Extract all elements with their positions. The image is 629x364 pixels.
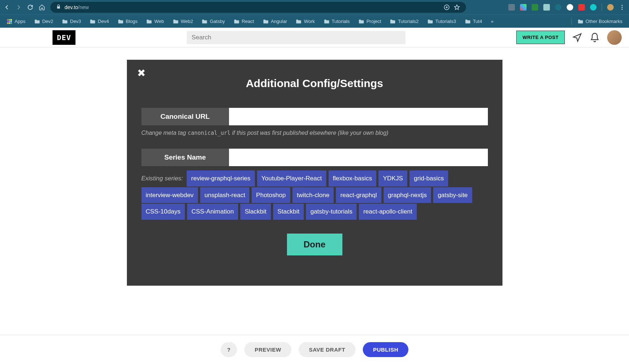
- bookmark-folder[interactable]: Tutorials2: [387, 17, 422, 26]
- bookmark-label: Apps: [15, 19, 26, 24]
- avatar[interactable]: [607, 30, 622, 45]
- bookmark-folder[interactable]: Tutorials3: [424, 17, 459, 26]
- done-button[interactable]: Done: [287, 234, 342, 255]
- apps-icon: [7, 19, 12, 24]
- series-tag[interactable]: twitch-clone: [292, 187, 334, 203]
- folder-icon: [465, 19, 471, 24]
- settings-modal: ✖ Additional Config/Settings Canonical U…: [127, 60, 502, 286]
- folder-icon: [296, 19, 302, 24]
- folder-icon: [427, 19, 433, 24]
- ext-icon[interactable]: [532, 4, 538, 11]
- series-tag[interactable]: react-apollo-client: [359, 204, 416, 220]
- save-draft-button[interactable]: SAVE DRAFT: [299, 342, 356, 357]
- ext-icon[interactable]: [520, 4, 527, 11]
- ext-icon[interactable]: [578, 4, 585, 11]
- bookmark-label: Tut4: [473, 19, 482, 24]
- svg-point-2: [622, 7, 623, 8]
- write-post-button[interactable]: WRITE A POST: [516, 31, 565, 44]
- bookmark-label: Dev4: [98, 19, 109, 24]
- bookmark-folder[interactable]: Tut4: [462, 17, 485, 26]
- bookmark-folder[interactable]: React: [231, 17, 257, 26]
- bookmark-folder[interactable]: Project: [356, 17, 384, 26]
- series-tag[interactable]: grid-basics: [409, 171, 448, 187]
- bookmark-folder[interactable]: Dev4: [87, 17, 112, 26]
- series-name-input[interactable]: [229, 149, 488, 166]
- series-tag[interactable]: Stackbit: [273, 204, 304, 220]
- series-tag[interactable]: YDKJS: [378, 171, 407, 187]
- extension-icons: [508, 4, 625, 11]
- series-tag[interactable]: flexbox-basics: [329, 171, 377, 187]
- series-tag[interactable]: Slackbit: [240, 204, 271, 220]
- modal-title: Additional Config/Settings: [141, 77, 488, 90]
- home-icon[interactable]: [39, 4, 45, 11]
- preview-button[interactable]: PREVIEW: [244, 342, 291, 357]
- bookmark-folder[interactable]: Web2: [170, 17, 196, 26]
- other-bookmarks[interactable]: Other Bookmarks: [575, 17, 625, 26]
- svg-rect-6: [11, 19, 12, 20]
- series-tag[interactable]: gatsby-tutorials: [306, 204, 357, 220]
- back-icon[interactable]: [4, 4, 10, 11]
- svg-rect-9: [11, 21, 12, 22]
- url-bar[interactable]: dev.to/new: [50, 2, 466, 13]
- svg-point-3: [622, 9, 623, 10]
- series-tag[interactable]: review-graphql-series: [187, 171, 255, 187]
- series-tag[interactable]: react-graphql: [336, 187, 381, 203]
- bookmark-folder[interactable]: Web: [143, 17, 167, 26]
- series-tag[interactable]: Youtube-Player-React: [257, 171, 326, 187]
- series-tag[interactable]: graphql-nextjs: [384, 187, 431, 203]
- folder-icon: [234, 19, 240, 24]
- hint-text: Change meta tag: [141, 130, 188, 136]
- ext-icon[interactable]: [543, 4, 550, 11]
- folder-icon: [118, 19, 124, 24]
- svg-rect-8: [9, 21, 10, 22]
- bookmark-overflow[interactable]: »: [488, 19, 496, 24]
- dev-logo[interactable]: DEV: [53, 30, 75, 45]
- series-label: Series Name: [141, 149, 229, 166]
- divider: [571, 18, 572, 25]
- close-icon[interactable]: ✖: [137, 67, 145, 79]
- bookmarks-bar: Apps Dev2Dev3Dev4BlogsWebWeb2GatsbyReact…: [0, 15, 629, 28]
- send-icon[interactable]: [572, 32, 582, 43]
- star-icon[interactable]: [454, 4, 460, 11]
- ext-icon[interactable]: [508, 4, 515, 11]
- apps-bookmark[interactable]: Apps: [4, 17, 28, 26]
- folder-icon: [202, 19, 207, 24]
- series-tag[interactable]: interview-webdev: [141, 187, 198, 203]
- bookmark-label: Web: [154, 19, 164, 24]
- series-tag[interactable]: Photoshop: [252, 187, 290, 203]
- bookmark-label: Blogs: [126, 19, 138, 24]
- bookmark-folder[interactable]: Blogs: [115, 17, 141, 26]
- svg-rect-12: [11, 22, 12, 24]
- folder-icon: [263, 19, 269, 24]
- bookmark-folder[interactable]: Dev2: [31, 17, 56, 26]
- bookmark-folder[interactable]: Work: [293, 17, 318, 26]
- ext-icon[interactable]: [590, 4, 597, 11]
- bookmark-folder[interactable]: Angular: [260, 17, 290, 26]
- series-tag[interactable]: gatsby-site: [433, 187, 472, 203]
- folder-icon: [390, 19, 396, 24]
- menu-icon[interactable]: [619, 4, 625, 11]
- bookmark-label: Web2: [181, 19, 193, 24]
- bookmark-folder[interactable]: Gatsby: [199, 17, 228, 26]
- bookmark-folder[interactable]: Tutorials: [321, 17, 353, 26]
- folder-icon: [173, 19, 179, 24]
- help-button[interactable]: ?: [221, 342, 237, 357]
- add-icon[interactable]: [443, 4, 450, 11]
- reload-icon[interactable]: [27, 4, 34, 11]
- publish-button[interactable]: PUBLISH: [363, 342, 408, 357]
- profile-icon[interactable]: [607, 4, 614, 11]
- bookmark-label: Angular: [271, 19, 287, 24]
- search-input[interactable]: [187, 31, 405, 44]
- editor-bottom-bar: ? PREVIEW SAVE DRAFT PUBLISH: [0, 335, 629, 364]
- folder-icon: [90, 19, 96, 24]
- ext-icon[interactable]: [555, 4, 562, 11]
- folder-icon: [62, 19, 68, 24]
- bell-icon[interactable]: [590, 32, 600, 43]
- forward-icon[interactable]: [15, 4, 22, 11]
- series-tag[interactable]: CSS-10days: [141, 204, 185, 220]
- series-tag[interactable]: CSS-Animation: [187, 204, 238, 220]
- series-tag[interactable]: unsplash-react: [200, 187, 250, 203]
- bookmark-folder[interactable]: Dev3: [59, 17, 84, 26]
- canonical-url-input[interactable]: [229, 108, 488, 125]
- ext-icon[interactable]: [567, 4, 573, 11]
